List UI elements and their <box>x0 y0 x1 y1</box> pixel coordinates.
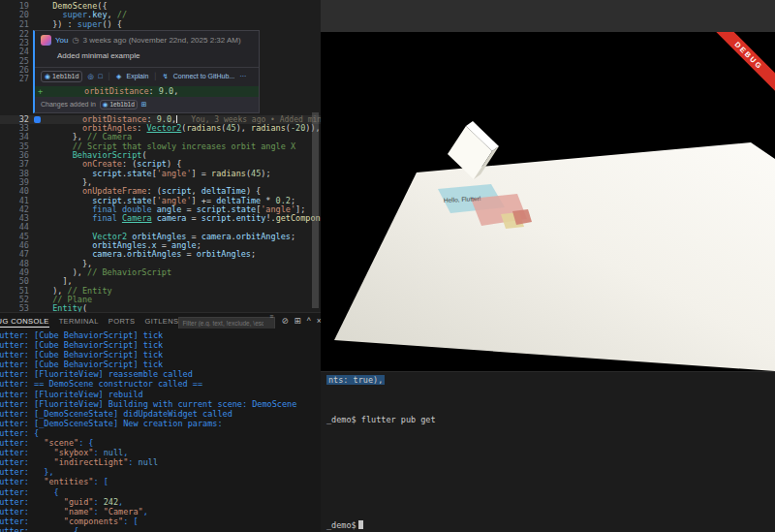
filter-icon: ≡ <box>269 313 273 320</box>
gutter-spacer <box>33 170 43 178</box>
code-line[interactable]: 40 onUpdateFrame: (script, deltaTime) { <box>0 187 321 196</box>
code-line[interactable]: 32 orbitDistance: 9.0,You, 3 weeks ago •… <box>0 115 321 124</box>
app-viewport[interactable]: Hello, Flutter! DEBUG <box>321 32 775 371</box>
code-line[interactable]: 36 BehaviorScript( <box>0 151 321 160</box>
gutter-spacer <box>33 214 43 223</box>
code-line[interactable]: 42 final double angle = script.state['an… <box>0 205 321 214</box>
code-line[interactable]: 33 orbitAngles: Vector2(radians(45), rad… <box>0 124 321 133</box>
code-line[interactable]: 39 }, <box>0 178 321 187</box>
code-text: onCreate: (script) { <box>43 160 321 169</box>
overflow-menu-button[interactable]: ⋯ <box>239 73 246 80</box>
code-line[interactable]: 21 }) : super() { <box>0 20 321 29</box>
code-line[interactable]: 37 onCreate: (script) { <box>0 160 321 169</box>
connect-github-button[interactable]: Connect to GitHub... <box>173 73 234 79</box>
code-text: // Plane <box>43 296 321 304</box>
code-text: orbitDistance: 9.0,You, 3 weeks ago • Ad… <box>43 115 321 124</box>
panel-tab-debug-console[interactable]: DEBUG CONSOLE <box>0 315 49 328</box>
console-line: flutter: [Cube BehaviorScript] tick <box>0 330 321 340</box>
ground-plane <box>334 142 775 371</box>
line-number: 53 <box>0 304 33 312</box>
code-line[interactable]: 46 orbitAngles.x = angle; <box>0 241 321 250</box>
code-text: }, <box>43 178 321 187</box>
code-line[interactable]: 44 <box>0 223 321 232</box>
line-number: 34 <box>0 133 33 141</box>
gutter-spacer <box>33 268 43 277</box>
gutter-spacer <box>33 178 43 187</box>
text-cursor <box>176 115 177 123</box>
panel-header: DEBUG CONSOLETERMINALPORTSGITLENS ≡ ⊘ ⊞ … <box>0 313 321 329</box>
code-line[interactable]: 34 }, // Camera <box>0 133 321 141</box>
console-line: flutter: "guid": 242, <box>0 497 321 507</box>
clock-icon: ◷ <box>73 36 79 45</box>
line-number: 39 <box>0 178 33 187</box>
comment-thread: 222324252627 You ◷ 3 weeks ago (November… <box>0 30 321 113</box>
gutter-spacer <box>33 133 43 141</box>
comment-body: Added minimal example <box>35 47 259 67</box>
code-text: BehaviorScript( <box>43 151 321 160</box>
changes-commit-chip[interactable]: ◉ 1eb1b1d <box>100 100 138 110</box>
console-line: flutter: "skybox": null, <box>0 448 321 457</box>
code-line[interactable]: 52 // Plane <box>0 296 321 304</box>
comment-toolbar: ◉ 1eb1b1d ◎ □ │ ◈ Explain │ ↯ Connect to… <box>35 67 259 86</box>
split-panel-icon[interactable]: ⊞ <box>294 316 301 326</box>
code-lines-bottom: 32 orbitDistance: 9.0,You, 3 weeks ago •… <box>0 115 321 312</box>
code-text: script.state['angle'] += deltaTime * 0.2… <box>43 197 321 205</box>
code-line[interactable]: 38 script.state['angle'] = radians(45); <box>0 170 321 178</box>
chevron-up-icon[interactable]: ^ <box>307 316 311 326</box>
editor-scrollbar[interactable] <box>312 112 319 308</box>
line-number: 35 <box>0 142 33 151</box>
code-line[interactable]: 50 ], <box>0 277 321 286</box>
gutter-spacer <box>33 296 43 304</box>
code-line[interactable]: 41 script.state['angle'] += deltaTime * … <box>0 197 321 205</box>
code-line[interactable]: 35 // Script that slowly increases orbit… <box>0 142 321 151</box>
line-number: 19 <box>0 2 33 11</box>
code-text: }) : super() { <box>43 20 321 29</box>
open-preview-icon[interactable]: □ <box>98 73 102 79</box>
code-line[interactable]: 47 camera.orbitAngles = orbitAngles; <box>0 250 321 259</box>
copy-icon[interactable]: ⊞ <box>141 101 147 109</box>
panel-actions: ⊘ ⊞ ^ × <box>281 316 321 326</box>
terminal-selected-text: nts: true), <box>326 375 385 385</box>
code-text: Entity( <box>43 304 321 312</box>
terminal-area[interactable]: nts: true), _demo$ flutter pub get _demo… <box>321 371 775 532</box>
code-line[interactable]: 20 super.key, // <box>0 11 321 19</box>
line-number: 52 <box>0 296 33 304</box>
code-text: orbitAngles: Vector2(radians(45), radian… <box>43 124 321 133</box>
line-number: 20 <box>0 11 33 19</box>
search-icon[interactable]: ◎ <box>87 73 93 80</box>
changes-note-row: Changes added in ◉ 1eb1b1d ⊞ <box>35 97 259 112</box>
code-text: }, // Camera <box>43 133 321 141</box>
commit-chip[interactable]: ◉ 1eb1b1d <box>41 71 82 82</box>
code-text: ), // Entity <box>43 287 321 296</box>
code-line[interactable]: 49 ), // BehaviorScript <box>0 268 321 277</box>
terminal-history-line: _demo$ flutter pub get <box>326 415 436 424</box>
panel-tab-ports[interactable]: PORTS <box>108 315 136 328</box>
comment-timestamp: 3 weeks ago (November 22nd, 2025 2:32 AM… <box>82 36 240 45</box>
code-line[interactable]: 48 }, <box>0 260 321 268</box>
clear-console-icon[interactable]: ⊘ <box>281 316 288 326</box>
panel-tab-terminal[interactable]: TERMINAL <box>59 315 99 328</box>
line-number: 37 <box>0 160 33 169</box>
code-text: ), // BehaviorScript <box>43 268 321 277</box>
console-line: flutter: { <box>0 526 321 532</box>
code-line[interactable]: 51 ), // Entity <box>0 287 321 296</box>
line-number: 45 <box>0 233 33 241</box>
code-line[interactable]: 19 DemoScene({ <box>0 2 321 11</box>
app-region: Hello, Flutter! DEBUG nts: true), _demo$… <box>321 0 775 532</box>
code-line[interactable]: 43 final Camera camera = script.entity!.… <box>0 214 321 223</box>
divider: │ <box>108 73 111 79</box>
code-line[interactable]: 53 Entity( <box>0 304 321 312</box>
inline-blame: You, 3 weeks ago • Added minimal example <box>191 115 321 124</box>
explain-button[interactable]: Explain <box>126 73 148 79</box>
code-text: onUpdateFrame: (script, deltaTime) { <box>43 187 321 196</box>
panel-tab-gitlens[interactable]: GITLENS <box>144 315 178 328</box>
console-filter-input[interactable] <box>178 317 275 329</box>
line-number: 21 <box>0 20 33 29</box>
console-line: flutter: }, <box>0 467 321 477</box>
code-text: script.state['angle'] = radians(45); <box>43 170 321 178</box>
console-line: flutter: "scene": { <box>0 438 321 448</box>
terminal-cursor <box>358 520 363 529</box>
code-editor[interactable]: 19 DemoScene({20 super.key, //21 }) : su… <box>0 0 321 312</box>
code-line[interactable]: 45 Vector2 orbitAngles = camera.orbitAng… <box>0 233 321 241</box>
diff-plus-sign: + <box>35 86 45 97</box>
